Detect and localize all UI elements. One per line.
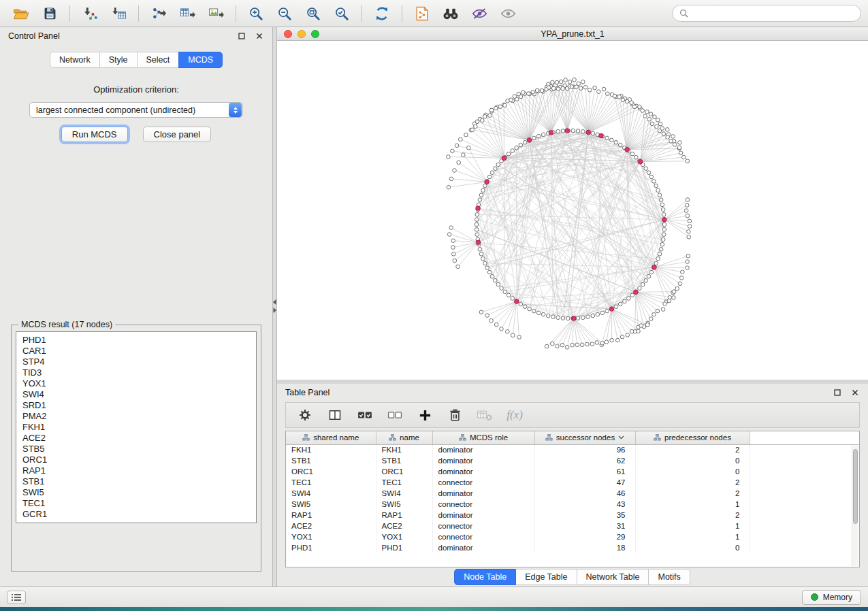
search-input[interactable] — [692, 9, 854, 18]
table-row[interactable]: RAP1RAP1dominator352 — [286, 510, 859, 521]
column-header-shared-name[interactable]: shared name — [286, 431, 376, 444]
result-item[interactable]: YOX1 — [22, 378, 250, 389]
dominator-node[interactable] — [586, 130, 591, 135]
tab-select[interactable]: Select — [138, 52, 180, 68]
run-mcds-button[interactable]: Run MCDS — [61, 127, 128, 142]
memory-button[interactable]: Memory — [802, 590, 861, 605]
table-row[interactable]: SWI5SWI5connector431 — [286, 499, 859, 510]
save-button[interactable] — [35, 3, 64, 24]
window-close-icon[interactable] — [284, 30, 292, 38]
export-network-button[interactable] — [144, 3, 173, 24]
result-item[interactable]: ACE2 — [22, 433, 250, 444]
table-panel-float-button[interactable] — [833, 388, 842, 397]
import-network-button[interactable] — [76, 3, 104, 24]
zoom-in-button[interactable] — [242, 3, 270, 24]
result-item[interactable]: STP4 — [22, 357, 250, 367]
tab-node-table[interactable]: Node Table — [454, 569, 516, 585]
result-item[interactable]: GCR1 — [22, 509, 250, 520]
result-item[interactable]: RAP1 — [22, 465, 250, 476]
import-table-button[interactable] — [104, 3, 133, 24]
table-row[interactable]: FKH1FKH1dominator962 — [286, 444, 859, 455]
table-panel-close-button[interactable] — [850, 388, 860, 397]
dominator-node[interactable] — [609, 307, 614, 312]
table-row[interactable]: SWI4SWI4dominator462 — [286, 488, 859, 499]
result-item[interactable]: SWI4 — [22, 389, 250, 400]
tab-network[interactable]: Network — [50, 52, 100, 68]
control-panel-close-button[interactable] — [255, 31, 264, 41]
result-item[interactable]: TID3 — [22, 367, 250, 378]
tab-network-table[interactable]: Network Table — [577, 569, 649, 585]
select-all-button[interactable] — [353, 405, 377, 425]
columns-button[interactable] — [323, 405, 347, 425]
dominator-node[interactable] — [502, 156, 507, 161]
dominator-node[interactable] — [549, 131, 553, 135]
dominator-node[interactable] — [527, 138, 532, 143]
export-image-button[interactable] — [202, 3, 230, 24]
trash-button[interactable] — [443, 405, 467, 425]
zoom-selected-button[interactable] — [327, 3, 356, 24]
tab-mcds[interactable]: MCDS — [178, 52, 223, 68]
result-item[interactable]: PMA2 — [22, 411, 250, 422]
show-all-button[interactable] — [494, 3, 522, 24]
scrollbar-thumb[interactable] — [853, 449, 858, 524]
column-header-name[interactable]: name — [376, 431, 432, 444]
binoculars-button[interactable] — [436, 3, 465, 24]
table-row[interactable]: STB1STB1dominator620 — [286, 455, 859, 466]
dominator-node[interactable] — [565, 129, 570, 133]
dominator-node[interactable] — [476, 240, 481, 245]
result-item[interactable]: STB1 — [22, 476, 250, 487]
dominator-node[interactable] — [515, 299, 519, 304]
control-panel-float-button[interactable] — [237, 31, 246, 41]
dominator-node[interactable] — [638, 159, 643, 164]
table-row[interactable]: YOX1YOX1connector291 — [286, 531, 859, 542]
gear-button[interactable] — [293, 405, 317, 425]
dominator-node[interactable] — [572, 316, 577, 321]
network-graph[interactable] — [277, 41, 868, 380]
result-item[interactable]: TEC1 — [22, 498, 250, 509]
panel-splitter[interactable] — [272, 27, 277, 587]
window-minimize-icon[interactable] — [298, 30, 306, 38]
panel-menu-button[interactable] — [7, 591, 26, 604]
tab-motifs[interactable]: Motifs — [649, 569, 690, 585]
table-row[interactable]: TEC1TEC1connector472 — [286, 477, 859, 488]
table-scrollbar[interactable] — [852, 446, 858, 566]
result-item[interactable]: ORC1 — [22, 455, 250, 465]
zoom-out-button[interactable] — [270, 3, 299, 24]
dominator-node[interactable] — [625, 147, 630, 152]
dominator-node[interactable] — [485, 180, 489, 184]
dominator-node[interactable] — [476, 206, 481, 211]
tab-style[interactable]: Style — [100, 52, 138, 68]
column-header-mcds-role[interactable]: MCDS role — [432, 431, 534, 444]
optimization-criterion-select[interactable]: largest connected component (undirected) — [29, 102, 243, 118]
table-row[interactable]: ACE2ACE2connector311 — [286, 521, 859, 531]
dominator-node[interactable] — [652, 265, 657, 269]
column-header-successor-nodes[interactable]: successor nodes — [534, 431, 635, 444]
dominator-node[interactable] — [662, 217, 667, 222]
share-document-button[interactable] — [408, 3, 436, 24]
export-table-button[interactable] — [173, 3, 202, 24]
splitter-arrows-icon[interactable] — [273, 299, 276, 313]
result-item[interactable]: FKH1 — [22, 422, 250, 433]
column-header-predecessor-nodes[interactable]: predecessor nodes — [635, 431, 750, 444]
hide-selected-button[interactable] — [465, 3, 494, 24]
search-box[interactable] — [672, 5, 861, 22]
table-row[interactable]: ORC1ORC1dominator610 — [286, 466, 859, 477]
table-row[interactable]: PHD1PHD1dominator180 — [286, 542, 859, 553]
add-button[interactable] — [413, 405, 437, 425]
dominator-node[interactable] — [634, 290, 639, 295]
result-item[interactable]: CAR1 — [22, 346, 250, 357]
result-item[interactable]: STB5 — [22, 444, 250, 455]
deselect-all-button[interactable] — [383, 405, 407, 425]
close-mcds-panel-button[interactable]: Close panel — [143, 127, 212, 142]
window-zoom-icon[interactable] — [311, 30, 319, 38]
open-file-button[interactable] — [7, 3, 35, 24]
result-item[interactable]: SWI5 — [22, 487, 250, 498]
result-item[interactable]: PHD1 — [22, 335, 250, 346]
tab-edge-table[interactable]: Edge Table — [516, 569, 577, 585]
result-item[interactable]: SRD1 — [22, 400, 250, 411]
network-window-titlebar[interactable]: YPA_prune.txt_1 — [277, 27, 868, 41]
dominator-node[interactable] — [599, 133, 604, 138]
zoom-fit-button[interactable] — [299, 3, 327, 24]
network-canvas[interactable] — [277, 41, 868, 380]
refresh-button[interactable] — [368, 3, 396, 24]
